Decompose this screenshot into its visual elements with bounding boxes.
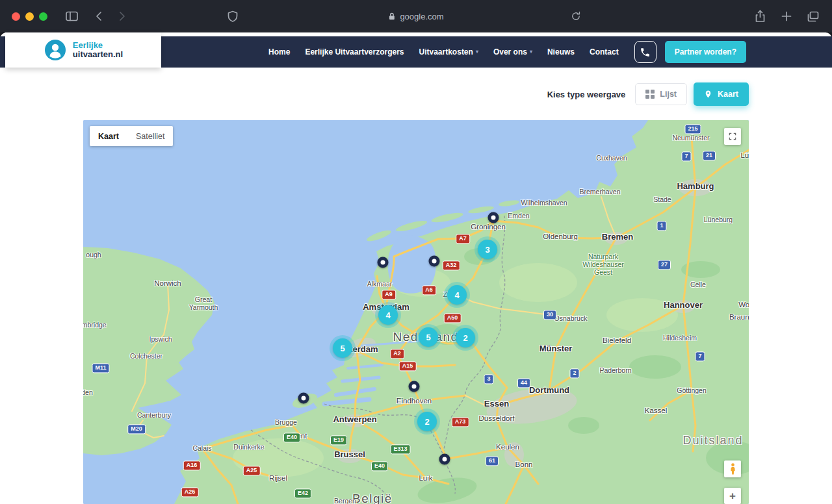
road-shield: 215 <box>684 124 701 134</box>
map-label: Eindhoven <box>396 397 432 405</box>
map-label: Paderborn <box>599 366 631 374</box>
zoom-in-button[interactable]: + <box>724 488 741 504</box>
map-label: Duinkerke <box>233 443 264 451</box>
map-label: Norwich <box>154 279 181 288</box>
lock-icon <box>388 12 395 21</box>
road-shield: E19 <box>330 435 347 445</box>
phone-icon <box>640 47 651 58</box>
map-marker-dot[interactable] <box>378 257 389 268</box>
reload-icon[interactable] <box>568 8 584 24</box>
close-button[interactable] <box>12 12 20 21</box>
nav-item-eerlijke-uitvaartverzorgers[interactable]: Eerlijke Uitvaartverzorgers <box>305 47 404 57</box>
road-shield: A25 <box>243 466 261 475</box>
map-label: Dortmund <box>529 386 569 396</box>
map-label: Ipswich <box>149 335 172 343</box>
partner-button[interactable]: Partner worden? <box>665 41 746 63</box>
road-shield: 44 <box>517 378 530 388</box>
map-label: Lübeck <box>740 151 749 160</box>
google-map[interactable]: CuxhavenNeumünsterLübeckHamburgStadeBrem… <box>83 120 749 504</box>
map-label: Braunschweig <box>729 313 749 321</box>
map-label: Cambridge <box>83 321 107 329</box>
map-label: Antwerpen <box>333 415 376 425</box>
forward-button[interactable] <box>114 8 130 24</box>
road-shield: A7 <box>456 234 470 244</box>
map-marker-cluster[interactable]: 3 <box>478 240 497 259</box>
site-logo[interactable]: Eerlijke uitvaarten.nl <box>5 32 161 68</box>
window-controls <box>12 12 47 21</box>
map-marker-cluster[interactable]: 4 <box>447 285 467 305</box>
phone-button[interactable] <box>634 41 656 63</box>
road-shield: E42 <box>294 488 311 498</box>
map-marker-cluster[interactable]: 4 <box>378 305 398 325</box>
road-shield: 2 <box>569 368 579 378</box>
road-shield: M20 <box>127 424 146 434</box>
share-icon[interactable] <box>752 8 768 24</box>
map-marker-cluster[interactable]: 5 <box>333 338 352 358</box>
url-text: google.com <box>400 12 443 21</box>
road-shield: E40 <box>283 433 300 442</box>
address-bar[interactable]: google.com <box>388 0 443 32</box>
map-label: België <box>352 492 393 504</box>
map-label: Rijsel <box>269 474 287 483</box>
map-label: Brussel <box>334 450 365 460</box>
tabs-overview-icon[interactable] <box>805 8 821 24</box>
map-label: Bergen <box>334 497 356 504</box>
zoom-button[interactable] <box>39 12 47 21</box>
map-label: Calais <box>192 444 211 452</box>
map-marker-cluster[interactable]: 2 <box>456 328 475 347</box>
nav-item-home[interactable]: Home <box>268 47 290 57</box>
map-label: Groningen <box>471 223 506 231</box>
privacy-shield-icon[interactable] <box>225 8 240 24</box>
road-shield: A9 <box>382 290 396 299</box>
new-tab-icon[interactable] <box>779 8 794 24</box>
sidebar-toggle-icon[interactable] <box>64 8 79 24</box>
pegman-button[interactable] <box>724 460 741 477</box>
map-label: Hildesheim <box>663 334 697 342</box>
map-label: Osnabrück <box>554 314 588 322</box>
nav-item-nieuws[interactable]: Nieuws <box>547 47 575 57</box>
map-marker-dot[interactable] <box>298 393 309 404</box>
nav-item-over-ons[interactable]: Over ons▾ <box>493 47 532 57</box>
road-shield: E40 <box>371 461 388 471</box>
map-label: Alkmaar <box>367 280 393 288</box>
map-label: Cuxhaven <box>596 154 627 162</box>
map-marker-dot[interactable] <box>439 454 450 465</box>
map-label: Bremerhaven <box>579 188 620 195</box>
road-shield: E313 <box>390 444 410 454</box>
road-shield: A32 <box>443 260 460 270</box>
logo-text: Eerlijke uitvaarten.nl <box>73 41 123 58</box>
road-shield: M11 <box>92 363 109 373</box>
fullscreen-button[interactable] <box>724 128 741 145</box>
map-type-satelliet[interactable]: Satelliet <box>127 126 173 146</box>
minimize-button[interactable] <box>25 12 34 21</box>
map-label: Lüneburg <box>704 216 733 223</box>
map-label: ough <box>86 251 101 258</box>
map-marker-cluster[interactable]: 2 <box>417 412 437 431</box>
map-label: Canterbury <box>137 411 171 419</box>
map-view-button[interactable]: Kaart <box>694 82 749 106</box>
view-toggle-label: Kies type weergave <box>547 90 626 99</box>
webpage: Eerlijke uitvaarten.nl HomeEerlijke Uitv… <box>0 32 832 504</box>
map-type-kaart[interactable]: Kaart <box>90 126 127 146</box>
nav-item-uitvaartkosten[interactable]: Uitvaartkosten▾ <box>419 47 478 57</box>
map-marker-dot[interactable] <box>409 381 420 392</box>
main-nav: HomeEerlijke UitvaartverzorgersUitvaartk… <box>268 47 619 57</box>
road-shield: A2 <box>390 349 404 359</box>
back-button[interactable] <box>91 8 107 24</box>
view-toggle: Kies type weergave Lijst Kaart <box>547 82 749 106</box>
road-shield: 21 <box>703 151 716 160</box>
map-label: Bremen <box>602 233 633 242</box>
map-label: Colchester <box>130 352 162 360</box>
road-shield: A15 <box>399 361 417 371</box>
map-marker-dot[interactable] <box>429 256 440 267</box>
map-type-control: Kaart Satelliet <box>90 126 173 146</box>
browser-chrome: google.com <box>0 0 832 32</box>
nav-item-contact[interactable]: Contact <box>590 47 619 57</box>
map-marker-cluster[interactable]: 5 <box>419 327 438 347</box>
map-marker-dot[interactable] <box>488 212 499 223</box>
map-label: Emden <box>508 212 529 220</box>
map-label: Essen <box>484 399 509 409</box>
map-label: Wolfsburg <box>738 301 749 309</box>
map-label: Bonn <box>515 460 533 469</box>
list-view-button[interactable]: Lijst <box>635 83 687 105</box>
